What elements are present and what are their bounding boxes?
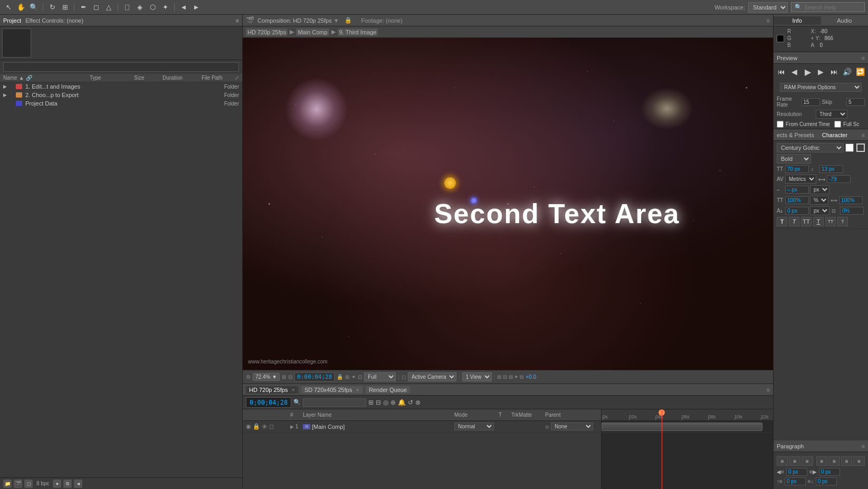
para-justify-all-btn[interactable]: ≡ — [853, 456, 865, 466]
char-size-input[interactable] — [785, 165, 809, 173]
tool-puppet-icon[interactable]: ✦ — [160, 2, 170, 13]
tab-hd720p[interactable]: HD 720p 25fps × — [246, 386, 298, 394]
layer-mode-select-1[interactable]: Normal — [454, 423, 494, 430]
tc-icon-2[interactable]: ⊟ — [376, 399, 381, 406]
char-baseline-input[interactable] — [785, 207, 809, 215]
prev-loop-btn[interactable]: 🔁 — [855, 66, 866, 78]
settings-btn[interactable]: ⚙ — [63, 480, 72, 488]
char-fill-color-btn[interactable] — [845, 143, 854, 152]
char-vscale-input[interactable] — [785, 196, 809, 204]
workspace-select[interactable]: Standard — [748, 2, 788, 13]
zoom-display[interactable]: 72.4% ▼ — [253, 373, 280, 381]
char-btn-T3[interactable]: T — [813, 217, 824, 226]
project-tab[interactable]: Project — [3, 17, 21, 24]
para-panel-expand[interactable]: ≡ — [862, 443, 865, 449]
char-btn-T4[interactable]: T — [837, 217, 848, 226]
table-row[interactable]: ◉ 🔒 👁 ◻ ▶ 1 ⊞ [Main Comp] — [243, 421, 601, 433]
tab-sd720x405[interactable]: SD 720x405 25fps × — [301, 386, 363, 394]
char-tsumi-input[interactable] — [840, 207, 864, 215]
new-folder-btn[interactable]: 📁 — [3, 480, 12, 488]
breadcrumb-third-image[interactable]: 9. Third Image — [338, 28, 378, 36]
breadcrumb-hd720p[interactable]: HD 720p 25fps — [246, 28, 288, 36]
char-btn-TT1[interactable]: TT — [801, 217, 812, 226]
project-search-input[interactable] — [3, 62, 239, 72]
tc-icon-4[interactable]: ⊕ — [390, 399, 396, 406]
para-space-after-input[interactable] — [816, 477, 837, 485]
char-tracking-input[interactable] — [827, 175, 851, 183]
list-item[interactable]: ▶ 1. Edit...t and Images Folder — [0, 82, 242, 91]
char-stroke-color-btn[interactable] — [856, 143, 865, 152]
tool-camera-icon[interactable]: ⊞ — [60, 2, 70, 13]
tool-hand-icon[interactable]: ✋ — [16, 2, 26, 13]
comp-dropdown-icon[interactable]: ▼ — [333, 17, 339, 24]
prev-last-frame-btn[interactable]: ⏭ — [828, 66, 840, 78]
scroll-left-btn[interactable]: ◄ — [74, 480, 82, 488]
prev-first-frame-btn[interactable]: ⏮ — [776, 66, 787, 78]
pr-resolution-select[interactable]: ThirdFullHalfQuarter — [816, 110, 847, 119]
layer-lock-icon[interactable]: 🔒 — [253, 423, 260, 430]
resolution-select[interactable]: Full FullHalfThirdQuarter — [364, 372, 396, 381]
char-btn-TT2[interactable]: TT — [825, 217, 836, 226]
layer-shy-icon[interactable]: 👁 — [262, 424, 268, 430]
viewer-magnifier-icon[interactable]: ⊟ — [288, 374, 292, 380]
para-align-left-btn[interactable]: ≡ — [777, 456, 788, 466]
para-space-before-input[interactable] — [785, 477, 806, 485]
list-item[interactable]: Project Data Folder — [0, 99, 242, 108]
char-kerning-method-select[interactable]: MetricsOptical — [785, 175, 816, 184]
char-leading-input[interactable] — [819, 165, 843, 173]
layer-mode-1[interactable]: Normal — [454, 423, 497, 430]
full-sc-checkbox[interactable] — [834, 121, 841, 128]
viewer-3d-icon[interactable]: ⊡ — [358, 374, 362, 380]
viewer-channels-icon[interactable]: ◻ — [402, 374, 406, 380]
char-btn-T2[interactable]: T — [789, 217, 799, 226]
prev-play-btn[interactable]: ▶ — [802, 66, 813, 78]
tc-icon-5[interactable]: 🔔 — [398, 399, 406, 406]
list-item[interactable]: ▶ 2. Choo...p to Export Folder — [0, 91, 242, 99]
tool-shape-icon[interactable]: △ — [103, 2, 114, 13]
viewer-snap-icon[interactable]: ✦ — [351, 374, 356, 380]
tool-mask-icon[interactable]: ◻ — [91, 2, 101, 13]
effect-controls-tab[interactable]: Effect Controls: (none) — [25, 17, 83, 24]
prev-audio-btn[interactable]: 🔊 — [842, 66, 853, 78]
para-align-right-btn[interactable]: ≡ — [802, 456, 813, 466]
tc-icon-3[interactable]: ◎ — [383, 399, 388, 406]
tool-next-icon[interactable]: ► — [191, 2, 202, 13]
comp-panel-expand[interactable]: ≡ — [767, 17, 770, 24]
panel-expand-btn[interactable]: ≡ — [236, 17, 239, 24]
timeline-search-input[interactable] — [303, 398, 366, 407]
viewer-grid-icon[interactable]: ⊞ — [345, 374, 349, 380]
tab-character[interactable]: Character — [822, 132, 847, 138]
color-swatch[interactable] — [777, 35, 784, 42]
para-justify-right-btn[interactable]: ≡ — [841, 456, 853, 466]
char-vscale-select[interactable]: % — [810, 196, 828, 205]
tc-icon-7[interactable]: ⊗ — [415, 399, 421, 406]
view-select[interactable]: Active Camera — [408, 372, 456, 381]
tab-render-queue[interactable]: Render Queue — [366, 386, 410, 394]
search-box[interactable]: 🔍 — [791, 2, 865, 12]
current-time-display[interactable]: 0;00;04;28 — [246, 397, 291, 408]
para-align-center-btn[interactable]: ≡ — [789, 456, 801, 466]
viewer-fit-icon[interactable]: ⊞ — [282, 374, 286, 380]
para-left-indent-input[interactable] — [786, 468, 807, 476]
tab-hd720p-close[interactable]: × — [291, 387, 294, 393]
char-unit-select[interactable]: px — [810, 185, 829, 194]
layer-parent-1[interactable]: ◎ None — [545, 423, 598, 430]
pr-skip-input[interactable] — [846, 98, 865, 106]
tc-icon-search[interactable]: 🔍 — [293, 399, 301, 406]
breadcrumb-maincomp[interactable]: Main Comp — [296, 28, 329, 36]
tool-rotate-icon[interactable]: ↻ — [47, 2, 58, 13]
tool-arrow-icon[interactable]: ↖ — [3, 2, 14, 13]
viewer-time[interactable]: 0:00:04;28 — [294, 372, 335, 381]
layer-visible-icon[interactable]: ◻ — [269, 423, 274, 430]
char-style-select[interactable]: BoldRegularItalic — [777, 154, 811, 164]
view-count-select[interactable]: 1 View — [462, 372, 492, 381]
para-right-indent-input[interactable] — [819, 468, 840, 476]
col-resize-btn[interactable]: ⤢ — [235, 75, 239, 81]
char-btn-T1[interactable]: T — [777, 217, 787, 226]
tool-eraser-icon[interactable]: ◈ — [135, 2, 145, 13]
tool-zoom-icon[interactable]: 🔍 — [28, 2, 39, 13]
para-justify-left-btn[interactable]: ≡ — [816, 456, 828, 466]
char-baseline-select[interactable]: px — [810, 206, 829, 215]
prev-step-back-btn[interactable]: ◀ — [789, 66, 800, 78]
comp-tab-btn[interactable]: Composition: HD 720p 25fps ▼ — [257, 17, 339, 24]
